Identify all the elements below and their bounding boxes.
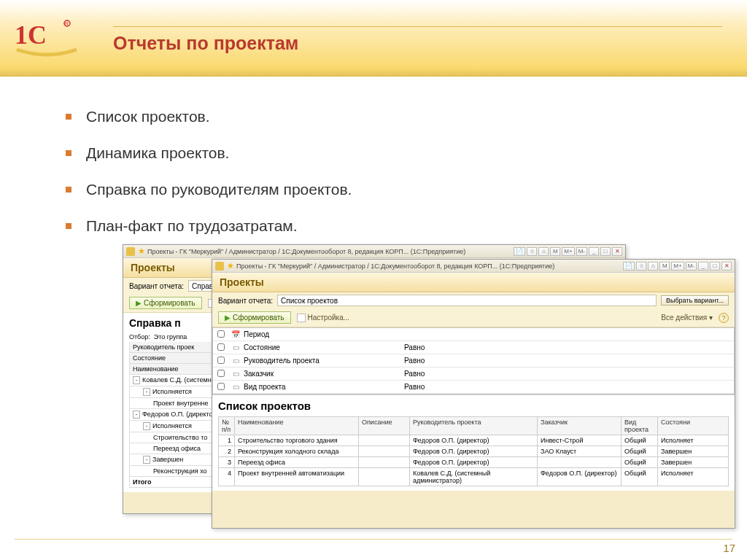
play-icon: ▶ [225, 314, 231, 322]
tb-btn[interactable]: M [550, 247, 560, 256]
filter-name: Период [242, 330, 403, 338]
filter-row[interactable]: ▭Вид проектаРавно [213, 381, 734, 394]
collapse-icon[interactable]: - [143, 456, 150, 464]
window-title: Проекты - ГК "Меркурий" / Администратор … [236, 262, 623, 270]
calendar-icon: 📅 [229, 330, 242, 338]
cell-name: Реконструкция холодного склада [235, 446, 359, 457]
close-button[interactable]: ✕ [612, 247, 622, 256]
cell-desc [359, 468, 410, 486]
bullet-list: Список проектов. Динамика проектов. Спра… [66, 108, 352, 254]
tb-btn[interactable]: 📄 [514, 247, 525, 256]
maximize-button[interactable]: □ [710, 262, 720, 271]
titlebar[interactable]: ★ Проекты - ГК "Меркурий" / Администрато… [212, 260, 735, 273]
cell-leader: Федоров О.П. (директор) [410, 446, 538, 457]
col-header[interactable]: Руководитель проекта [410, 417, 538, 435]
col-header[interactable]: Заказчик [538, 417, 622, 435]
filter-label: Отбор: [129, 333, 150, 341]
col-header[interactable]: № п/п [219, 417, 235, 435]
tb-btn[interactable]: M+ [671, 262, 684, 271]
variant-label: Вариант отчета: [129, 282, 184, 290]
field-icon: ▭ [229, 343, 242, 351]
settings-label: Настройка... [308, 314, 350, 322]
cell-state: Завершен [658, 457, 729, 468]
tb-btn[interactable]: ⌂ [648, 262, 658, 271]
tb-btn[interactable]: M+ [562, 247, 574, 256]
cell-num: 4 [219, 468, 235, 486]
generate-label: Сформировать [233, 314, 285, 322]
cell-customer: Федоров О.П. (директор) [538, 468, 622, 486]
help-button[interactable]: ? [719, 313, 729, 323]
all-actions-menu[interactable]: Все действия ▾ [661, 314, 713, 322]
col-header[interactable]: Наименование [235, 417, 359, 435]
cell-customer [538, 457, 622, 468]
filter-checkbox[interactable] [217, 370, 225, 377]
tb-btn[interactable]: ☆ [527, 247, 537, 256]
filter-checkbox[interactable] [217, 383, 225, 390]
generate-button[interactable]: ▶Сформировать [129, 297, 202, 309]
generate-button[interactable]: ▶Сформировать [218, 311, 291, 324]
tb-btn[interactable]: 📄 [623, 262, 635, 271]
app-icon [126, 247, 135, 256]
settings-link[interactable]: Настройка... [297, 314, 350, 322]
variant-input[interactable] [277, 295, 657, 306]
report-table: № п/п Наименование Описание Руководитель… [218, 416, 729, 486]
cell-kind: Общий [622, 446, 658, 457]
table-row[interactable]: 2 Реконструкция холодного склада Федоров… [219, 446, 729, 457]
filter-cond: Равно [403, 357, 734, 365]
filter-grid: 📅Период ▭СостояниеРавно ▭Руководитель пр… [212, 327, 735, 394]
col-header[interactable]: Вид проекта [622, 417, 658, 435]
table-row[interactable]: 3 Переезд офиса Федоров О.П. (директор) … [219, 457, 729, 468]
app-window-front: ★ Проекты - ГК "Меркурий" / Администрато… [212, 259, 735, 529]
report-title: Список проектов [218, 400, 729, 412]
filter-checkbox[interactable] [217, 357, 225, 364]
bullet-item: Список проектов. [66, 108, 352, 125]
filter-name: Состояние [242, 343, 403, 351]
cell-leader: Ковалев С.Д. (системный администратор) [410, 468, 538, 486]
footer-rule [15, 539, 732, 540]
tb-btn[interactable]: M [659, 262, 670, 271]
page-title-bar: Проекты [212, 273, 735, 292]
play-icon: ▶ [136, 299, 142, 307]
field-icon: ▭ [229, 370, 242, 378]
cell-kind: Общий [622, 468, 658, 486]
group-leader: Ковалев С.Д. (системн [142, 376, 212, 384]
table-row[interactable]: 4 Проект внутренней автоматизации Ковале… [219, 468, 729, 486]
col-header[interactable]: Состояни [658, 417, 729, 435]
filter-cond: Равно [403, 383, 734, 391]
cell-name: Проект внутренней автоматизации [235, 468, 359, 486]
collapse-icon[interactable]: - [133, 376, 140, 384]
cell-leader: Федоров О.П. (директор) [410, 457, 538, 468]
cell-num: 1 [219, 435, 235, 446]
slide-header: 1СR Отчеты по проектам [0, 0, 747, 77]
col-header[interactable]: Описание [359, 417, 410, 435]
variant-label: Вариант отчета: [218, 297, 273, 305]
collapse-icon[interactable]: - [133, 411, 140, 419]
filter-checkbox[interactable] [217, 343, 225, 351]
favorite-icon[interactable]: ★ [138, 246, 145, 256]
tb-btn[interactable]: M- [576, 247, 587, 256]
tb-btn[interactable]: ☆ [636, 262, 646, 271]
cell-leader: Федоров О.П. (директор) [410, 435, 538, 446]
titlebar[interactable]: ★ Проекты - ГК "Меркурий" / Администрато… [123, 245, 625, 258]
minimize-button[interactable]: _ [698, 262, 708, 271]
filter-row[interactable]: ▭Руководитель проектаРавно [213, 354, 734, 368]
favorite-icon[interactable]: ★ [227, 261, 234, 271]
table-row[interactable]: 1 Строительство торгового здания Федоров… [219, 435, 729, 446]
maximize-button[interactable]: □ [600, 247, 611, 256]
window-title: Проекты - ГК "Меркурий" / Администратор … [147, 248, 514, 255]
filter-checkbox[interactable] [217, 330, 225, 338]
cell-customer: ЗАО Клауст [538, 446, 622, 457]
filter-row[interactable]: ▭СостояниеРавно [213, 341, 734, 354]
close-button[interactable]: ✕ [721, 262, 732, 271]
minimize-button[interactable]: _ [589, 247, 599, 256]
tb-btn[interactable]: M- [686, 262, 697, 271]
filter-row[interactable]: ▭ЗаказчикРавно [213, 368, 734, 381]
collapse-icon[interactable]: - [143, 388, 150, 396]
variant-row: Вариант отчета: Выбрать вариант... [212, 292, 735, 308]
filter-row[interactable]: 📅Период [213, 328, 734, 341]
cell-desc [359, 457, 410, 468]
tb-btn[interactable]: ⌂ [538, 247, 549, 256]
bullet-item: Справка по руководителям проектов. [66, 181, 352, 198]
collapse-icon[interactable]: - [143, 422, 150, 430]
select-variant-button[interactable]: Выбрать вариант... [661, 295, 729, 306]
